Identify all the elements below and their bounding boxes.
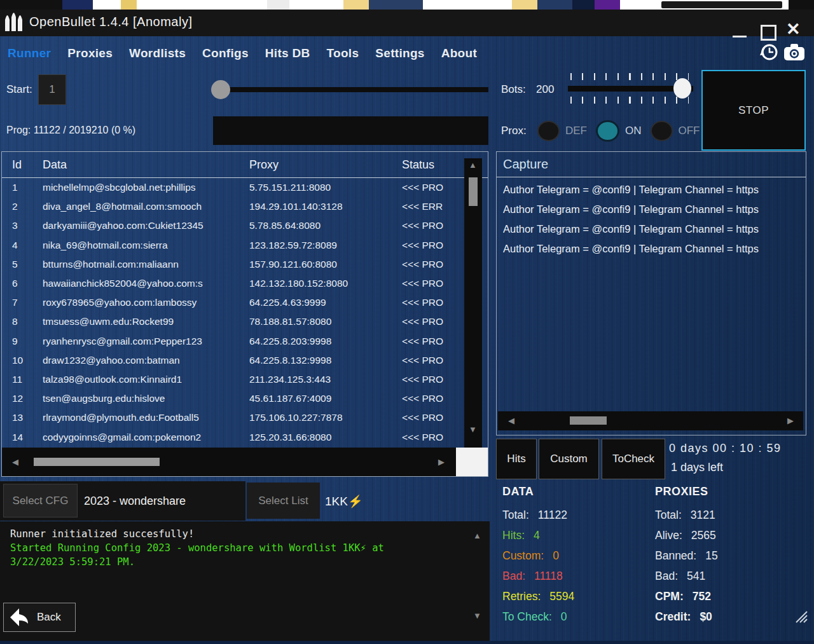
menu-item-proxies[interactable]: Proxies [67,46,113,60]
stat-value: 15 [705,549,717,562]
table-row[interactable]: 8tmsuess@uwm.edu:Rocket9978.188.81.57:80… [2,312,488,331]
left-arrow-icon[interactable]: ◀ [508,416,514,425]
radio-label: DEF [565,125,587,137]
menu-bar: RunnerProxiesWordlistsConfigsHits DBTool… [0,36,814,70]
table-row[interactable]: 6hawaiianchick852004@yahoo.com:s142.132.… [2,274,488,293]
back-button[interactable]: Back [3,603,76,632]
table-vertical-scrollbar[interactable]: ▲ ▼ [464,158,482,448]
menu-item-hits-db[interactable]: Hits DB [265,46,310,60]
start-position-slider-thumb[interactable] [211,80,230,99]
up-arrow-icon[interactable]: ▲ [473,531,481,540]
cell-status: <<< PRO [402,297,445,308]
titlebar[interactable]: OpenBullet 1.4.4 [Anomaly] ✕ [0,10,814,36]
down-arrow-icon[interactable]: ▼ [473,612,481,620]
minimize-icon[interactable] [733,36,747,38]
stat-value: 2565 [691,529,716,542]
close-icon[interactable]: ✕ [786,21,801,38]
table-row[interactable]: 3darkyamiii@yahoo.com:Cukiet123455.78.85… [2,216,488,235]
start-position-slider[interactable] [213,87,488,92]
cell-data: tmsuess@uwm.edu:Rocket99 [43,316,249,327]
prox-radio-on[interactable]: ON [596,120,642,142]
table-row[interactable]: 1michellelmp@sbcglobal.net:phillips5.75.… [2,178,488,197]
select-list-button[interactable]: Select List [247,483,320,519]
table-vscroll-thumb[interactable] [469,177,478,206]
desktop-peek-toolbar [661,1,782,8]
right-arrow-icon[interactable]: ▶ [787,416,794,425]
cell-id: 3 [2,220,43,231]
cell-proxy: 142.132.180.152:8080 [249,278,402,289]
menu-item-runner[interactable]: Runner [8,46,51,60]
prox-radio-def[interactable]: DEF [537,121,587,141]
up-arrow-icon[interactable]: ▲ [469,161,477,169]
menu-icons [757,42,805,65]
proxy-mode-radio-group: DEFONOFF [537,120,709,142]
table-row[interactable]: 9ryanhenrysc@gmail.com:Pepper12364.225.8… [2,332,488,351]
back-label: Back [37,611,61,624]
bots-value: 200 [536,83,554,96]
stat-label: Bad: [502,570,525,582]
capture-row[interactable]: Author Telegram = @confi9 | Telegram Cha… [503,219,802,239]
down-arrow-icon[interactable]: ▼ [469,425,477,434]
camera-icon[interactable] [783,42,805,65]
cell-data: michellelmp@sbcglobal.net:phillips [43,182,249,193]
capture-row[interactable]: Author Telegram = @confi9 | Telegram Cha… [503,180,802,200]
stat-label: Bad: [655,570,678,582]
resize-grip-icon[interactable] [794,609,808,626]
cell-status: <<< PRO [402,432,445,443]
capture-row[interactable]: Author Telegram = @confi9 | Telegram Cha… [503,200,802,219]
table-row[interactable]: 13rlraymond@plymouth.edu:Football5175.10… [2,408,488,427]
menu-item-wordlists[interactable]: Wordlists [129,46,186,60]
cell-proxy: 78.188.81.57:8080 [249,316,402,327]
select-cfg-button[interactable]: Select CFG [3,484,78,517]
desktop-peek-segment [369,0,423,10]
menu-item-tools[interactable]: Tools [327,46,359,60]
table-row[interactable]: 14codyygoinns@gmail.com:pokemon2125.20.3… [2,427,488,446]
table-horizontal-scrollbar[interactable]: ◀ ▶ [2,448,488,476]
progress-bar [213,116,488,145]
menu-item-settings[interactable]: Settings [375,46,424,60]
tab-custom[interactable]: Custom [539,439,599,479]
capture-hscroll-thumb[interactable] [570,416,607,425]
table-row[interactable]: 5btturns@hotmail.com:maliaann157.90.121.… [2,255,488,274]
history-clock-icon[interactable] [757,42,778,65]
table-row[interactable]: 10draw1232@yahoo.com:batman64.225.8.132:… [2,351,488,370]
menu-item-configs[interactable]: Configs [202,46,249,60]
bots-slider-thumb[interactable] [673,78,691,99]
stat-value: 3121 [691,509,715,521]
tab-tocheck[interactable]: ToCheck [602,439,665,479]
capture-horizontal-scrollbar[interactable]: ◀ ▶ [498,411,803,430]
table-row[interactable]: 2diva_angel_8@hotmail.com:smooch194.29.1… [2,197,488,216]
proxies-stats-column: PROXIES Total:3121Alive:2565Banned:15Bad… [655,485,801,627]
data-stat-hits: Hits:4 [502,525,649,545]
table-row[interactable]: 11talza98@outlook.com:Kinnaird1211.234.1… [2,370,488,389]
start-input[interactable]: 1 [38,74,66,105]
radio-dot-icon [537,121,560,141]
prox-label: Prox: [501,125,527,137]
bots-label: Bots: [501,83,526,96]
stat-value: 11122 [538,509,567,521]
table-row[interactable]: 7roxy678965@yahoo.com:lambossy64.225.4.6… [2,293,488,312]
tab-hits[interactable]: Hits [496,439,537,479]
left-arrow-icon[interactable]: ◀ [12,458,18,466]
desktop-peek-segment [512,0,537,10]
cell-proxy: 5.75.151.211:8080 [249,182,402,193]
selected-wordlist-name: 1KK⚡ [325,481,363,521]
stat-value: 0 [553,549,559,562]
right-arrow-icon[interactable]: ▶ [438,458,445,466]
cell-proxy: 125.20.31.66:8080 [249,432,402,443]
menu-item-about[interactable]: About [441,46,477,60]
results-table-panel: IdDataProxyStatus 1michellelmp@sbcglobal… [1,151,488,477]
table-row[interactable]: 12tsen@augsburg.edu:hislove45.61.187.67:… [2,389,488,408]
desktop-peek-segment [537,0,572,10]
stop-button[interactable]: STOP [701,70,806,151]
cell-data: hawaiianchick852004@yahoo.com:s [43,278,249,289]
prox-radio-off[interactable]: OFF [651,121,700,141]
cell-data: codyygoinns@gmail.com:pokemon2 [43,432,249,443]
cell-id: 6 [2,278,43,289]
cell-status: <<< PRO [402,355,445,366]
table-row[interactable]: 4nika_69@hotmail.com:sierra123.182.59.72… [2,236,488,255]
capture-row[interactable]: Author Telegram = @confi9 | Telegram Cha… [503,239,802,259]
table-hscroll-thumb[interactable] [34,458,160,466]
maximize-icon[interactable] [761,25,776,41]
cell-status: <<< PRO [402,278,445,289]
